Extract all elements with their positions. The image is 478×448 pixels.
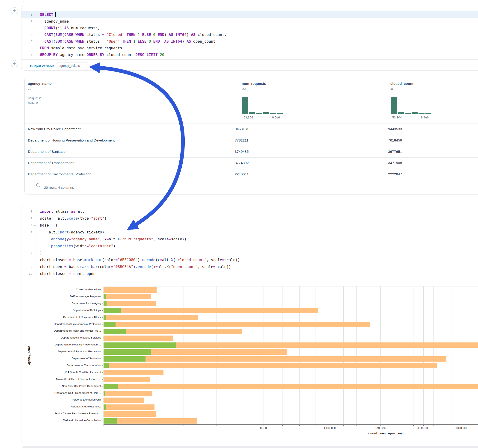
token-op: = bbox=[169, 237, 171, 241]
closed_count-bar bbox=[104, 322, 370, 327]
token-fn: properties bbox=[51, 244, 73, 248]
code-line[interactable]: 5 CAST(SUM(CASE WHEN status = 'Open' THE… bbox=[21, 38, 478, 45]
token-str: "#8BC34A" bbox=[113, 265, 133, 269]
token-str: "sqrt" bbox=[91, 216, 104, 221]
token-pl: scale bbox=[40, 216, 53, 221]
open_count-bar bbox=[104, 398, 104, 403]
token-str: "#FFC080" bbox=[118, 258, 138, 262]
fold-chevron-icon[interactable]: ⌄ bbox=[34, 14, 38, 16]
token-pl: (type bbox=[78, 216, 89, 221]
token-pl bbox=[124, 32, 126, 37]
code-line[interactable]: 7) bbox=[21, 249, 478, 256]
add-cell-button-top[interactable]: + bbox=[11, 7, 18, 14]
y-axis-label: Department of Buildings bbox=[25, 309, 101, 311]
token-pl bbox=[135, 32, 138, 37]
table-header: agency_namestrunique: 20nulls: 0num_requ… bbox=[25, 77, 478, 124]
x-axis-label: 4,000,000 bbox=[455, 427, 467, 429]
previous-cell-edge bbox=[21, 0, 478, 2]
token-kw: THEN bbox=[122, 39, 131, 44]
line-number: 2 bbox=[21, 217, 34, 220]
code-line[interactable]: 3⌄base = ( bbox=[21, 222, 478, 229]
token-pl: ) bbox=[187, 32, 191, 37]
token-pl bbox=[73, 32, 76, 37]
table-row[interactable]: Department of Housing Preservation and D… bbox=[25, 135, 478, 146]
x-tick bbox=[403, 424, 403, 426]
table-row[interactable]: Department of Sanitation37494853677651 bbox=[25, 146, 478, 157]
table-cell: New York City Police Department bbox=[28, 127, 81, 131]
line-number: 1 bbox=[21, 13, 34, 16]
token-pl: ( bbox=[173, 258, 176, 262]
code-line[interactable]: 5 .encode(y="agency_name", x=alt.X("num_… bbox=[21, 236, 478, 243]
code-line[interactable]: 9chart_open = base.mark_bar(color="#8BC3… bbox=[21, 263, 478, 270]
histogram-bar bbox=[256, 113, 262, 114]
code-line[interactable]: 3 COUNT(*) AS num_requests, bbox=[21, 25, 478, 31]
column-header-num_requests[interactable]: num_requests bbox=[242, 81, 266, 86]
python-gutter-divider bbox=[36, 208, 37, 276]
python-code-editor[interactable]: 1import altair as alt2scale = alt.Scale(… bbox=[21, 208, 478, 277]
table-row[interactable]: Department of Environmental Protection22… bbox=[25, 169, 478, 180]
table-cell: Department of Environmental Protection bbox=[28, 172, 92, 176]
token-kw: ORDER BY bbox=[87, 53, 104, 57]
table-row[interactable]: New York City Police Department945313194… bbox=[25, 124, 478, 135]
x-tick bbox=[452, 424, 453, 426]
token-pl: chart_closed bbox=[40, 258, 69, 262]
y-axis-label: Senior Citizen Rent Increase Exempti… bbox=[25, 412, 101, 415]
closed_count-bar bbox=[104, 391, 152, 396]
y-tick bbox=[102, 331, 103, 331]
code-line[interactable]: 7GROUP BY agency_name ORDER BY closed_co… bbox=[21, 51, 478, 58]
open_count-bar bbox=[104, 411, 104, 417]
token-kw: as bbox=[71, 209, 75, 214]
code-line[interactable]: 10chart_closed + chart_open bbox=[21, 270, 478, 277]
y-tick bbox=[102, 421, 103, 421]
open_count-bar bbox=[104, 342, 176, 348]
code-line[interactable]: 1⌄SELECT bbox=[21, 11, 478, 18]
code-line[interactable]: 4 alt.Chart(agency_tickets) bbox=[21, 229, 478, 236]
token-pl: (width bbox=[73, 244, 87, 248]
gridline bbox=[242, 286, 242, 424]
token-pl: closed_count, bbox=[195, 32, 226, 37]
add-cell-button-output[interactable]: + bbox=[11, 60, 18, 67]
token-pl: base. bbox=[71, 258, 84, 262]
search-icon[interactable] bbox=[36, 183, 40, 188]
token-pl: ( bbox=[53, 39, 56, 44]
token-op: = bbox=[160, 258, 162, 262]
code-text: SELECT bbox=[38, 12, 55, 17]
code-line[interactable]: 6 .properties(width="container") bbox=[21, 243, 478, 249]
token-fn: encode bbox=[138, 265, 151, 269]
column-header-closed_count[interactable]: closed_count bbox=[390, 81, 413, 86]
token-pl: ( bbox=[55, 26, 58, 30]
token-pl bbox=[40, 26, 44, 30]
code-line[interactable]: 2scale = alt.Scale(type="sqrt") bbox=[21, 215, 478, 222]
token-pl bbox=[151, 39, 153, 44]
gridline bbox=[380, 286, 381, 424]
code-line[interactable]: 8chart_closed = base.mark_bar(color="#FF… bbox=[21, 256, 478, 263]
token-pl: ( bbox=[62, 39, 64, 44]
y-axis-label: DHS Advantage Programs bbox=[25, 295, 101, 298]
token-pl: num_requests, bbox=[69, 26, 100, 30]
y-axis-label: Department of Parks and Recreation bbox=[25, 350, 101, 353]
y-axis-label: Department for the Aging bbox=[25, 302, 101, 305]
code-line[interactable]: 1import altair as alt bbox=[21, 208, 478, 215]
code-text: alt.Chart(agency_tickets) bbox=[38, 230, 104, 234]
token-pl: ) bbox=[160, 39, 164, 44]
sql-code-editor[interactable]: 1⌄SELECT 2 agency_name,3 COUNT(*) AS num… bbox=[21, 11, 478, 58]
fold-chevron-icon[interactable]: ⌄ bbox=[34, 224, 38, 226]
token-pl: , scale bbox=[153, 237, 169, 241]
code-line[interactable]: 2 agency_name, bbox=[21, 18, 478, 25]
table-output-card: agency_namestrunique: 20nulls: 0num_requ… bbox=[25, 77, 478, 194]
code-line[interactable]: 6FROM sample_data.nyc.service_requests bbox=[21, 45, 478, 51]
token-pl: , scale bbox=[198, 265, 213, 269]
column-header-agency_name[interactable]: agency_name bbox=[28, 81, 52, 86]
closed_count-bar bbox=[104, 301, 156, 306]
token-op: = bbox=[111, 265, 113, 269]
gridline bbox=[315, 286, 315, 424]
y-axis-title: agency_name bbox=[27, 346, 31, 365]
code-line[interactable]: 4 CAST(SUM(CASE WHEN status = 'Closed' T… bbox=[21, 31, 478, 38]
token-pl: closed_count bbox=[104, 53, 135, 57]
token-pl: ( bbox=[53, 32, 56, 37]
code-text: chart_open = base.mark_bar(color="#8BC34… bbox=[38, 265, 231, 269]
token-pl: ) bbox=[60, 26, 64, 30]
table-row[interactable]: Department of Transportation377489234719… bbox=[25, 157, 478, 169]
output-variable-input[interactable]: agency_tickets bbox=[56, 62, 87, 70]
token-fn: mark_bar bbox=[80, 265, 98, 269]
